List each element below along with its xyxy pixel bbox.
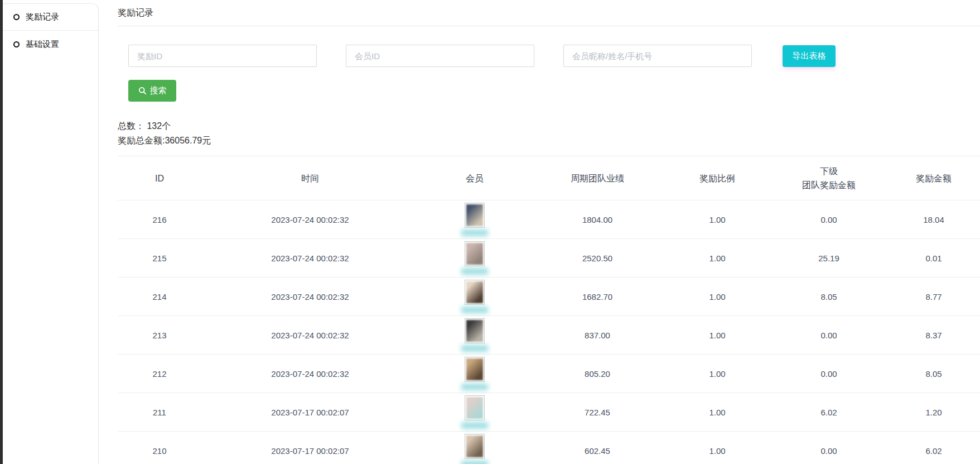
cell-reward-amount: 18.04 — [887, 200, 980, 239]
cell-team-performance: 1682.70 — [530, 278, 664, 316]
cell-reward-ratio: 1.00 — [664, 200, 770, 239]
cell-reward-ratio: 1.00 — [664, 432, 770, 464]
member-name-redacted — [461, 461, 488, 464]
cell-member — [419, 316, 530, 355]
summary-block: 总数： 132个 奖励总金额:36056.79元 — [118, 119, 980, 148]
page-title: 奖励记录 — [118, 7, 153, 19]
member-name-redacted — [461, 422, 488, 429]
reward-id-input[interactable] — [128, 45, 317, 67]
member-avatar[interactable] — [465, 434, 485, 459]
cell-reward-amount: 8.05 — [887, 355, 980, 393]
cell-team-performance: 2520.50 — [530, 239, 664, 278]
search-row: 搜索 — [118, 80, 980, 102]
cell-id: 211 — [118, 393, 201, 432]
total-amount-label: 奖励总金额: — [118, 136, 165, 145]
cell-team-performance: 805.20 — [530, 355, 664, 393]
sidebar: 奖励记录 基础设置 — [3, 3, 99, 464]
cell-time: 2023-07-24 00:02:32 — [201, 316, 419, 355]
cell-id: 215 — [118, 239, 201, 278]
col-header-id: ID — [118, 156, 201, 200]
cell-time: 2023-07-24 00:02:32 — [201, 239, 419, 278]
cell-reward-amount: 0.01 — [887, 239, 980, 278]
cell-reward-ratio: 1.00 — [664, 355, 770, 393]
member-name-redacted — [461, 345, 488, 352]
cell-sub-team-reward: 0.00 — [770, 316, 887, 355]
member-avatar[interactable] — [465, 395, 485, 420]
member-avatar[interactable] — [465, 318, 485, 343]
member-avatar[interactable] — [465, 357, 485, 382]
title-row: 奖励记录 — [118, 0, 980, 26]
search-button[interactable]: 搜索 — [128, 80, 176, 102]
member-query-input[interactable] — [563, 45, 752, 67]
col-header-member: 会员 — [419, 156, 530, 200]
cell-time: 2023-07-17 00:02:07 — [201, 393, 419, 432]
total-count-value: 132个 — [147, 121, 171, 131]
cell-sub-team-reward: 0.00 — [770, 200, 887, 239]
col-header-sub-team-reward: 下级 团队奖励金额 — [770, 156, 887, 200]
cell-member — [419, 278, 530, 316]
member-avatar-image — [466, 243, 483, 265]
member-name-redacted — [461, 268, 488, 275]
search-button-label: 搜索 — [150, 85, 167, 96]
search-icon — [138, 87, 147, 95]
circle-icon — [13, 41, 20, 47]
cell-reward-ratio: 1.00 — [664, 393, 770, 432]
col-header-reward-ratio: 奖励比例 — [664, 156, 770, 200]
cell-time: 2023-07-17 00:02:07 — [201, 432, 419, 464]
cell-sub-team-reward: 0.00 — [770, 355, 887, 393]
member-avatar-image — [466, 358, 483, 380]
filter-bar: 导出表格 — [118, 45, 980, 67]
export-table-button[interactable]: 导出表格 — [783, 45, 836, 67]
cell-sub-team-reward: 6.02 — [770, 393, 887, 432]
cell-team-performance: 1804.00 — [530, 200, 664, 239]
member-avatar[interactable] — [465, 203, 485, 228]
circle-icon — [13, 14, 20, 20]
cell-member — [419, 355, 530, 393]
sidebar-item-reward-records[interactable]: 奖励记录 — [3, 4, 98, 31]
member-avatar-image — [466, 204, 483, 226]
col-header-team-performance: 周期团队业绩 — [530, 156, 664, 200]
cell-id: 214 — [118, 278, 201, 316]
member-avatar[interactable] — [465, 241, 485, 266]
table-row: 214 2023-07-24 00:02:32 1682.70 1.00 8.0… — [118, 278, 980, 316]
cell-reward-amount: 8.37 — [887, 316, 980, 355]
cell-sub-team-reward: 0.00 — [770, 432, 887, 464]
cell-time: 2023-07-24 00:02:32 — [201, 355, 419, 393]
member-name-redacted — [461, 384, 488, 390]
sidebar-item-label: 基础设置 — [26, 39, 59, 50]
member-id-input[interactable] — [346, 45, 534, 67]
cell-reward-ratio: 1.00 — [664, 239, 770, 278]
cell-id: 212 — [118, 355, 201, 393]
col-header-sub-team-line1: 下级 — [770, 164, 887, 178]
member-name-redacted — [461, 229, 488, 236]
cell-reward-ratio: 1.00 — [664, 316, 770, 355]
cell-member — [419, 393, 530, 432]
member-avatar[interactable] — [465, 280, 485, 305]
cell-sub-team-reward: 25.19 — [770, 239, 887, 278]
cell-reward-ratio: 1.00 — [664, 278, 770, 316]
member-name-redacted — [461, 307, 488, 313]
cell-sub-team-reward: 8.05 — [770, 278, 887, 316]
table-header-row: ID 时间 会员 周期团队业绩 奖励比例 下级 团队奖励金额 奖励金额 — [118, 156, 980, 200]
main-content: 奖励记录 导出表格 搜索 总数： 132个 奖励总金额:36056.79元 — [99, 0, 980, 464]
cell-reward-amount: 8.77 — [887, 278, 980, 316]
member-avatar-image — [466, 397, 483, 419]
member-avatar-image — [466, 281, 483, 303]
col-header-reward-amount: 奖励金额 — [887, 156, 980, 200]
cell-time: 2023-07-24 00:02:32 — [201, 200, 419, 239]
table-row: 212 2023-07-24 00:02:32 805.20 1.00 0.00… — [118, 355, 980, 393]
table-row: 210 2023-07-17 00:02:07 602.45 1.00 0.00… — [118, 432, 980, 464]
total-count-label: 总数： — [118, 121, 144, 131]
app-window: 奖励记录 基础设置 奖励记录 导出表格 搜索 总数： — [0, 0, 980, 464]
member-avatar-image — [466, 320, 483, 342]
cell-id: 216 — [118, 200, 201, 239]
sidebar-item-label: 奖励记录 — [26, 12, 59, 22]
table-row: 215 2023-07-24 00:02:32 2520.50 1.00 25.… — [118, 239, 980, 278]
col-header-time: 时间 — [201, 156, 419, 200]
cell-reward-amount: 1.20 — [887, 393, 980, 432]
table-row: 216 2023-07-24 00:02:32 1804.00 1.00 0.0… — [118, 200, 980, 239]
sidebar-item-basic-settings[interactable]: 基础设置 — [3, 31, 98, 58]
total-amount-value: 36056.79元 — [165, 136, 211, 145]
total-count-line: 总数： 132个 — [118, 119, 980, 133]
cell-member — [419, 200, 530, 239]
